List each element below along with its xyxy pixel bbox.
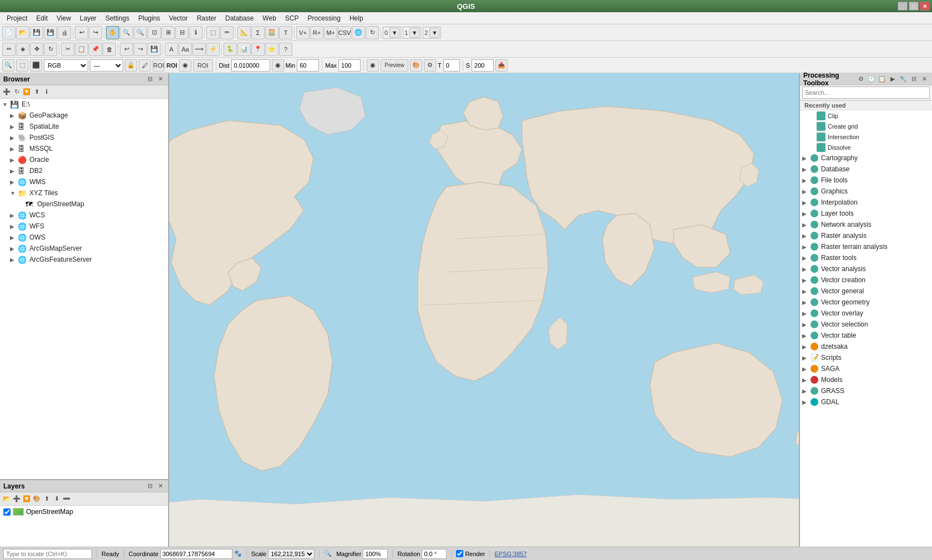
layers-close-button[interactable]: ✕ (156, 482, 165, 491)
split-button[interactable]: ⚡ (206, 43, 220, 56)
toolbox-item-dissolve[interactable]: Dissolve (800, 142, 932, 152)
locate-input[interactable] (3, 549, 92, 559)
toolbox-history-button[interactable]: 🕐 (867, 75, 876, 84)
digitize-button[interactable]: ✏ (2, 43, 16, 56)
browser-refresh-button[interactable]: ↻ (12, 88, 21, 96)
node-tool-button[interactable]: ◈ (16, 43, 29, 56)
label2-button[interactable]: Aa (179, 43, 192, 56)
epsg-badge[interactable]: EPSG:3857 (494, 551, 526, 557)
toolbox-group-saga[interactable]: ▶ SAGA (800, 363, 932, 374)
toolbox-item-intersection[interactable]: Intersection (800, 131, 932, 142)
help-button[interactable]: ? (279, 43, 292, 56)
toolbox-group-database[interactable]: ▶ Database (800, 164, 932, 175)
new-project-button[interactable]: 📄 (2, 26, 16, 39)
menu-layer[interactable]: Layer (75, 13, 101, 23)
maximize-button[interactable]: □ (909, 2, 919, 11)
toolbox-group-rasteranalysis[interactable]: ▶ Raster analysis (800, 230, 932, 241)
t-input[interactable] (443, 59, 460, 72)
layers-filter-button[interactable]: 🔽 (22, 495, 31, 503)
toolbox-options-button[interactable]: 🔧 (899, 75, 908, 84)
preview-button[interactable]: Preview (381, 59, 408, 72)
menu-database[interactable]: Database (221, 13, 258, 23)
print-button[interactable]: 🖨 (58, 26, 71, 39)
toolbox-group-gdal[interactable]: ▶ GDAL (800, 396, 932, 408)
zoom-out-button[interactable]: 🔍 (134, 26, 147, 39)
menu-view[interactable]: View (52, 13, 75, 23)
open-project-button[interactable]: 📂 (16, 26, 29, 39)
python-button[interactable]: 🐍 (224, 43, 237, 56)
browser-item-oracle[interactable]: ▶ 🔴 Oracle (0, 154, 168, 165)
browser-add-button[interactable]: ➕ (2, 88, 11, 96)
preview-radio[interactable]: ◉ (367, 59, 379, 72)
statistics-button[interactable]: Σ (251, 26, 265, 39)
roi-radio[interactable]: ◉ (179, 59, 191, 72)
toolbox-group-cartography[interactable]: ▶ Cartography (800, 152, 932, 164)
pan-tool-button[interactable]: ✋ (106, 26, 119, 39)
zoom-magnify-button[interactable]: 🔍 (2, 59, 14, 72)
band-select2[interactable]: — (90, 59, 123, 72)
menu-edit[interactable]: Edit (32, 13, 52, 23)
undo-button[interactable]: ↩ (75, 26, 88, 39)
toolbox-group-vectorcreation[interactable]: ▶ Vector creation (800, 274, 932, 286)
refresh-button[interactable]: ↻ (366, 26, 379, 39)
toolbox-group-layertools[interactable]: ▶ Layer tools (800, 208, 932, 219)
add-raster-button[interactable]: R+ (310, 26, 323, 39)
layer-style2-button[interactable]: ⬛ (30, 59, 42, 72)
settings2-button[interactable]: ⚙ (424, 59, 436, 72)
plugin-btn3[interactable]: ⭐ (265, 43, 278, 56)
zoom-layer-button[interactable]: ⊞ (161, 26, 175, 39)
undo2-button[interactable]: ↩ (120, 43, 133, 56)
browser-item-arcgisfeatureserver[interactable]: ▶ 🌐 ArcGisFeatureServer (0, 254, 168, 265)
select-button[interactable]: ⬚ (206, 26, 220, 39)
browser-filter-button[interactable]: 🔽 (22, 88, 31, 96)
coordinate-input[interactable] (160, 549, 232, 559)
band-select[interactable]: RGB Gray (44, 59, 88, 72)
layer-style-button[interactable]: ⬚ (16, 59, 28, 72)
s-input[interactable] (472, 59, 494, 72)
toolbox-group-graphics[interactable]: ▶ Graphics (800, 186, 932, 197)
measure-button[interactable]: 📐 (237, 26, 251, 39)
browser-item-spatialite[interactable]: ▶ 🗄 SpatiaLite (0, 121, 168, 132)
layer-spin-0[interactable]: ▼ (389, 28, 399, 38)
label-button[interactable]: A (165, 43, 178, 56)
zoom-selection-button[interactable]: ⊟ (175, 26, 189, 39)
annotation-button[interactable]: 🖊 (139, 59, 151, 72)
save-project-button[interactable]: 💾 (30, 26, 43, 39)
menu-help[interactable]: Help (345, 13, 368, 23)
dist-input[interactable] (231, 59, 270, 72)
browser-item-postgis[interactable]: ▶ 🐘 PostGIS (0, 132, 168, 143)
roi-button[interactable]: ROI (153, 59, 165, 72)
toolbox-item-clip[interactable]: Clip (800, 110, 932, 121)
browser-properties-button[interactable]: ℹ (42, 88, 51, 96)
menu-processing[interactable]: Processing (303, 13, 345, 23)
redo2-button[interactable]: ↪ (134, 43, 147, 56)
identify-button[interactable]: ℹ (189, 26, 202, 39)
toolbox-group-vectortable[interactable]: ▶ Vector table (800, 330, 932, 341)
layer-checkbox-osm[interactable] (3, 508, 11, 516)
toolbox-group-dzetsaka[interactable]: ▶ dzetsaka (800, 341, 932, 352)
lock-button[interactable]: 🔒 (125, 59, 137, 72)
classify-button[interactable]: ROI (193, 59, 213, 72)
layers-open-button[interactable]: 📂 (2, 495, 11, 503)
menu-project[interactable]: Project (2, 13, 32, 23)
copy-button[interactable]: 📋 (75, 43, 88, 56)
browser-collapse-button[interactable]: ⬆ (32, 88, 41, 96)
menu-raster[interactable]: Raster (193, 13, 221, 23)
toolbox-float-button[interactable]: ⊟ (909, 75, 918, 84)
menu-scp[interactable]: SCP (281, 13, 303, 23)
toolbox-close-button[interactable]: ✕ (920, 75, 929, 84)
menu-plugins[interactable]: Plugins (134, 13, 164, 23)
paste-button[interactable]: 📌 (89, 43, 102, 56)
toolbox-group-vectoroverlay[interactable]: ▶ Vector overlay (800, 308, 932, 319)
band-color-button[interactable]: 🎨 (410, 59, 422, 72)
toolbox-group-rastertools[interactable]: ▶ Raster tools (800, 252, 932, 263)
toolbox-search-input[interactable] (802, 86, 930, 99)
browser-item-drive[interactable]: ▼ 💾 E:\ (0, 99, 168, 110)
add-csv-button[interactable]: CSV (338, 26, 351, 39)
toolbox-group-rasterterrain[interactable]: ▶ Raster terrain analysis (800, 241, 932, 252)
scale-select[interactable]: 162,212,915 (268, 549, 315, 559)
browser-item-wfs[interactable]: ▶ 🌐 WFS (0, 221, 168, 232)
toolbox-group-grass[interactable]: ▶ GRASS (800, 385, 932, 396)
browser-item-wms[interactable]: ▶ 🌐 WMS (0, 176, 168, 187)
layers-toggle-button[interactable]: ⊟ (145, 482, 154, 491)
